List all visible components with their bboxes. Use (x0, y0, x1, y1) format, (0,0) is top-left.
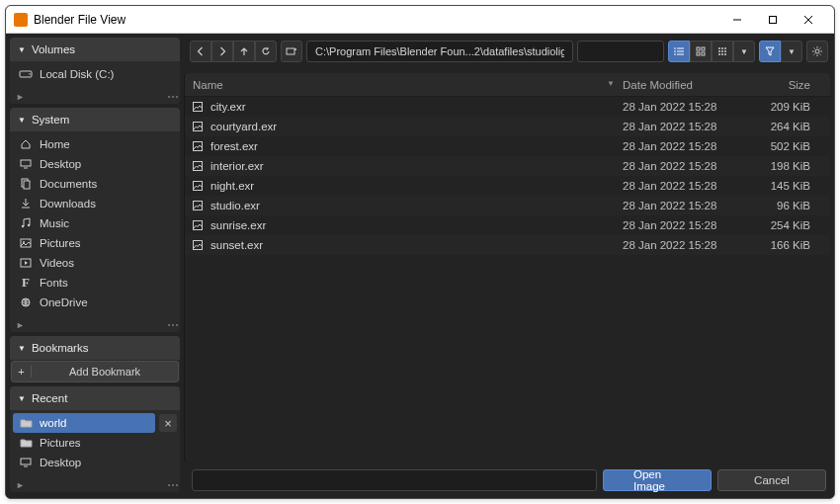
file-size: 254 KiB (751, 219, 820, 231)
filename-input[interactable] (192, 469, 597, 491)
file-row[interactable]: studio.exr28 Jan 2022 15:2896 KiB (185, 196, 830, 215)
image-file-icon (191, 180, 205, 192)
svg-rect-31 (697, 47, 700, 50)
sidebar-item-label: Downloads (40, 198, 96, 210)
column-size[interactable]: Size (751, 79, 820, 91)
bookmarks-header[interactable]: ▼ Bookmarks (10, 336, 180, 360)
add-bookmark-button[interactable]: + Add Bookmark (11, 361, 179, 382)
file-size: 96 KiB (751, 200, 820, 211)
volumes-header[interactable]: ▼ Volumes (10, 38, 180, 61)
chevron-down-icon: ▼ (18, 394, 26, 403)
maximize-button[interactable] (755, 6, 791, 33)
sidebar-item-label: Music (40, 217, 69, 229)
file-date: 28 Jan 2022 15:28 (623, 200, 751, 211)
ellipsis[interactable]: ►⋯ (10, 90, 180, 104)
titlebar[interactable]: Blender File View (6, 6, 834, 34)
download-icon (19, 197, 33, 210)
sidebar-item[interactable]: Documents (13, 174, 177, 194)
sidebar-item[interactable]: Desktop (13, 154, 177, 174)
ellipsis[interactable]: ►⋯ (10, 318, 180, 332)
column-name[interactable]: Name▼ (185, 79, 623, 91)
recent-header[interactable]: ▼ Recent (10, 386, 180, 410)
sidebar: ▼ Volumes Local Disk (C:) ►⋯ ▼ System Ho… (6, 34, 184, 498)
svg-rect-32 (702, 47, 705, 50)
sidebar-item[interactable]: world (13, 413, 155, 433)
view-details-button[interactable] (690, 41, 712, 62)
cloud-icon (19, 295, 33, 309)
svg-point-35 (718, 47, 720, 49)
chevron-down-icon: ▼ (18, 116, 26, 125)
settings-button[interactable] (806, 41, 828, 62)
clear-recent-button[interactable]: × (159, 414, 177, 432)
svg-point-5 (29, 73, 31, 75)
file-list-view: Name▼ Date Modified Size city.exr28 Jan … (184, 73, 830, 462)
file-date: 28 Jan 2022 15:28 (623, 219, 751, 231)
sidebar-item-label: OneDrive (40, 296, 88, 308)
file-name: interior.exr (210, 160, 264, 172)
ellipsis[interactable]: ►⋯ (10, 478, 180, 492)
filter-dropdown[interactable]: ▼ (781, 41, 802, 62)
image-file-icon (191, 200, 205, 211)
open-button[interactable]: Open Image (603, 469, 712, 491)
search-input[interactable] (577, 41, 664, 62)
sidebar-item[interactable]: FFonts (13, 273, 177, 293)
desktop-icon (19, 456, 33, 469)
sidebar-item[interactable]: Videos (13, 253, 177, 273)
file-row[interactable]: sunset.exr28 Jan 2022 15:28166 KiB (185, 235, 830, 255)
sidebar-item[interactable]: OneDrive (13, 293, 177, 312)
desktop-icon (19, 157, 33, 171)
sidebar-item[interactable]: Pictures (13, 233, 177, 253)
svg-rect-9 (24, 181, 30, 189)
videos-icon (19, 256, 33, 270)
footer: Open Image Cancel (184, 462, 834, 498)
sidebar-item[interactable]: Home (13, 134, 177, 154)
svg-point-36 (721, 47, 723, 49)
sidebar-item[interactable]: Desktop (13, 453, 177, 472)
column-date[interactable]: Date Modified (623, 79, 751, 91)
cancel-button[interactable]: Cancel (717, 469, 826, 491)
file-list[interactable]: city.exr28 Jan 2022 15:28209 KiBcourtyar… (185, 97, 830, 462)
file-date: 28 Jan 2022 15:28 (623, 101, 751, 113)
svg-point-42 (721, 53, 723, 55)
svg-point-37 (724, 47, 726, 49)
file-size: 264 KiB (751, 121, 820, 132)
view-options-dropdown[interactable]: ▼ (733, 41, 755, 62)
sidebar-item[interactable]: Local Disk (C:) (13, 64, 177, 84)
minimize-button[interactable] (719, 6, 755, 33)
file-name: city.exr (210, 101, 246, 113)
sidebar-item[interactable]: Downloads (13, 194, 177, 213)
add-bookmark-label: Add Bookmark (32, 366, 178, 378)
path-input[interactable] (306, 41, 573, 62)
folder-icon (19, 416, 33, 430)
file-row[interactable]: forest.exr28 Jan 2022 15:28502 KiB (185, 136, 830, 156)
bookmarks-label: Bookmarks (32, 342, 89, 354)
up-button[interactable] (233, 41, 255, 62)
file-row[interactable]: sunrise.exr28 Jan 2022 15:28254 KiB (185, 215, 830, 235)
image-file-icon (191, 239, 205, 251)
image-file-icon (191, 121, 205, 132)
sidebar-item[interactable]: Music (13, 213, 177, 233)
back-button[interactable] (190, 41, 211, 62)
file-size: 145 KiB (751, 180, 820, 192)
image-file-icon (191, 160, 205, 172)
refresh-button[interactable] (255, 41, 277, 62)
view-list-button[interactable] (668, 41, 690, 62)
sidebar-item-label: world (40, 417, 66, 429)
file-date: 28 Jan 2022 15:28 (623, 140, 751, 152)
file-row[interactable]: courtyard.exr28 Jan 2022 15:28264 KiB (185, 117, 830, 136)
bookmarks-panel: ▼ Bookmarks + Add Bookmark (10, 336, 180, 382)
view-grid-button[interactable] (712, 41, 733, 62)
filter-button[interactable] (759, 41, 781, 62)
sidebar-item[interactable]: Pictures (13, 433, 177, 453)
system-header[interactable]: ▼ System (10, 108, 180, 131)
new-folder-button[interactable] (281, 41, 302, 62)
svg-point-40 (724, 50, 726, 52)
close-button[interactable] (791, 6, 826, 33)
svg-rect-34 (702, 52, 705, 55)
forward-button[interactable] (211, 41, 233, 62)
home-icon (19, 137, 33, 151)
file-row[interactable]: night.exr28 Jan 2022 15:28145 KiB (185, 176, 830, 196)
file-row[interactable]: interior.exr28 Jan 2022 15:28198 KiB (185, 156, 830, 176)
system-label: System (32, 114, 69, 126)
file-row[interactable]: city.exr28 Jan 2022 15:28209 KiB (185, 97, 830, 117)
